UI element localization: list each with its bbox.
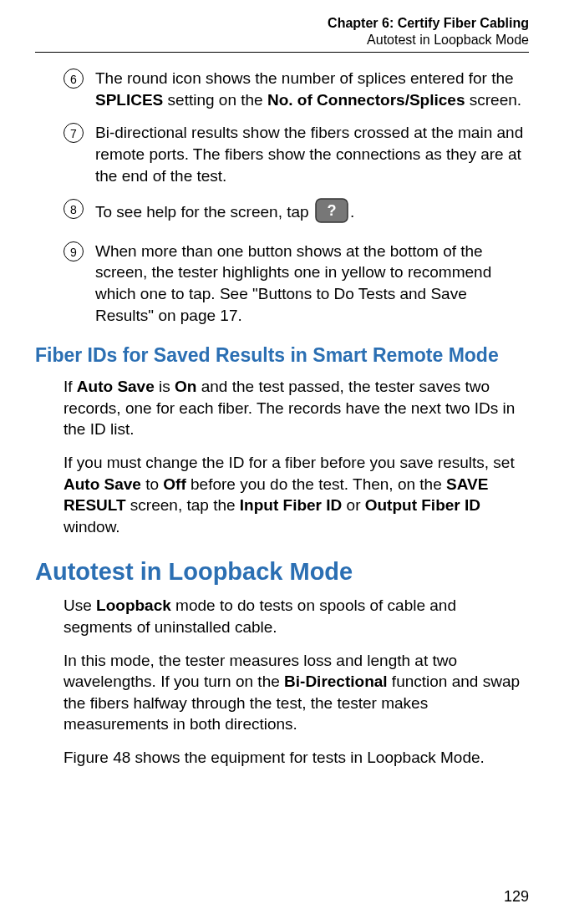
list-marker-9: 9	[64, 241, 84, 261]
list-marker-8: 8	[64, 199, 84, 219]
list-marker-7: 7	[64, 123, 84, 143]
list-marker-6: 6	[64, 69, 84, 89]
text: window.	[64, 518, 120, 536]
bold-text: Bi-Directional	[284, 673, 388, 690]
list-text: .	[350, 204, 354, 221]
bold-text: Loopback	[96, 597, 171, 614]
text: is	[155, 378, 175, 395]
paragraph: In this mode, the tester measures loss a…	[64, 650, 529, 736]
numbered-list: 6 The round icon shows the number of spl…	[35, 68, 529, 326]
text: If	[64, 378, 77, 395]
paragraph: Figure 48 shows the equipment for tests …	[64, 747, 529, 769]
page: Chapter 6: Certify Fiber Cabling Autotes…	[0, 0, 564, 924]
bold-text: Auto Save	[77, 378, 155, 395]
paragraph: If you must change the ID for a fiber be…	[64, 452, 529, 538]
list-bold: No. of Connectors/Splices	[267, 91, 465, 109]
list-text: screen.	[465, 91, 521, 109]
bold-text: Input Fiber ID	[240, 496, 342, 514]
svg-text:?: ?	[327, 202, 336, 219]
list-item-6: 6 The round icon shows the number of spl…	[64, 68, 529, 110]
list-item-8: 8 To see help for the screen, tap ? .	[64, 198, 529, 229]
list-text: Bi-directional results show the fibers c…	[95, 124, 523, 184]
text: to	[141, 475, 163, 493]
page-header: Chapter 6: Certify Fiber Cabling Autotes…	[35, 15, 529, 48]
paragraph: Use Loopback mode to do tests on spools …	[64, 595, 529, 637]
list-text: setting on the	[163, 91, 267, 109]
text: before you do the test. Then, on the	[186, 475, 446, 493]
help-icon: ?	[315, 198, 348, 229]
list-item-7: 7 Bi-directional results show the fibers…	[64, 122, 529, 186]
text: If you must change the ID for a fiber be…	[64, 454, 515, 471]
list-text: To see help for the screen, tap	[95, 204, 313, 221]
subheading-fiber-ids: Fiber IDs for Saved Results in Smart Rem…	[35, 344, 529, 368]
bold-text: Auto Save	[64, 475, 141, 493]
list-item-9: 9 When more than one button shows at the…	[64, 241, 529, 327]
header-section: Autotest in Loopback Mode	[35, 32, 529, 48]
header-rule	[35, 52, 529, 53]
bold-text: Output Fiber ID	[365, 496, 480, 514]
list-text: The round icon shows the number of splic…	[95, 69, 514, 87]
page-number: 129	[504, 888, 529, 906]
text: or	[342, 496, 364, 514]
header-chapter: Chapter 6: Certify Fiber Cabling	[35, 15, 529, 32]
text: Use	[64, 597, 96, 614]
paragraph: If Auto Save is On and the test passed, …	[64, 376, 529, 440]
text: Figure 48 shows the equipment for tests …	[64, 749, 485, 766]
heading-autotest-loopback: Autotest in Loopback Mode	[35, 557, 529, 586]
list-bold: SPLICES	[95, 91, 163, 109]
text: screen, tap the	[126, 496, 240, 514]
bold-text: On	[175, 378, 196, 395]
bold-text: Off	[163, 475, 185, 493]
list-text: When more than one button shows at the b…	[95, 242, 491, 324]
